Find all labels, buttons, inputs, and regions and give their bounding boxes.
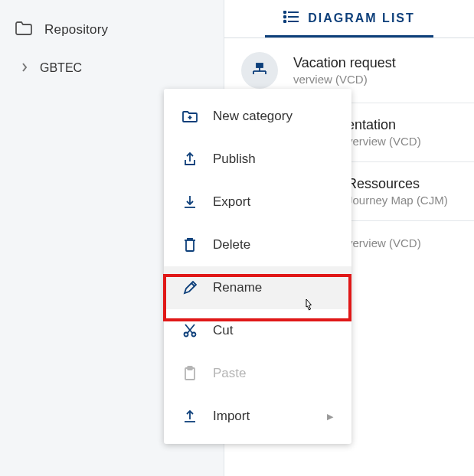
diagram-type-icon [241, 52, 278, 89]
menu-label: New category [213, 109, 293, 124]
menu-export[interactable]: Export [164, 181, 351, 223]
svg-point-4 [284, 21, 286, 23]
diagram-subtype: verview (VCD) [293, 73, 396, 86]
diagram-text: verview (VCD) [347, 235, 421, 249]
import-icon [182, 409, 198, 424]
folder-icon [15, 21, 32, 38]
menu-new-category[interactable]: New category [164, 95, 351, 138]
menu-label: Rename [213, 280, 262, 295]
menu-label: Publish [213, 152, 256, 167]
svg-rect-6 [257, 64, 263, 67]
diagram-title: Ressources [347, 176, 448, 192]
paste-icon [182, 366, 198, 381]
diagram-text: Ressources Journey Map (CJM) [347, 176, 448, 207]
chevron-right-icon [21, 63, 28, 74]
menu-label: Cut [213, 323, 233, 338]
export-icon [182, 194, 198, 210]
delete-icon [182, 237, 198, 253]
menu-label: Export [213, 194, 250, 210]
context-menu: New category Publish Export Delete Renam… [164, 89, 351, 444]
tab-bar: DIAGRAM LIST [224, 0, 474, 38]
menu-label: Delete [213, 237, 250, 253]
diagram-subtype: Journey Map (CJM) [347, 194, 448, 207]
diagram-title: Vacation request [293, 55, 396, 71]
tree-item-label: GBTEC [40, 61, 82, 75]
diagram-subtype: verview (VCD) [347, 236, 421, 249]
menu-delete[interactable]: Delete [164, 223, 351, 266]
menu-cut[interactable]: Cut [164, 309, 351, 352]
submenu-arrow-icon: ▶ [327, 412, 333, 422]
sidebar-header: Repository [0, 12, 224, 47]
svg-point-18 [185, 333, 188, 337]
diagram-subtype: verview (VCD) [347, 135, 421, 148]
tab-label: DIAGRAM LIST [308, 11, 415, 25]
tab-diagram-list[interactable]: DIAGRAM LIST [265, 0, 433, 37]
list-icon [283, 11, 299, 26]
menu-import[interactable]: Import ▶ [164, 395, 351, 438]
diagram-title: entation [347, 117, 421, 133]
menu-label: Import [213, 409, 250, 424]
sidebar-title: Repository [44, 22, 108, 37]
diagram-text: Vacation request verview (VCD) [293, 55, 396, 86]
svg-point-2 [284, 16, 286, 18]
rename-icon [182, 281, 198, 295]
publish-icon [182, 152, 198, 167]
svg-point-19 [192, 333, 196, 337]
tree-item-gbtec[interactable]: GBTEC [0, 47, 224, 89]
cut-icon [182, 324, 198, 337]
menu-paste: Paste [164, 352, 351, 395]
menu-rename[interactable]: Rename [164, 266, 351, 309]
diagram-text: entation verview (VCD) [347, 117, 421, 148]
svg-point-0 [284, 11, 286, 14]
new-folder-icon [182, 110, 198, 123]
menu-label: Paste [213, 366, 246, 381]
menu-publish[interactable]: Publish [164, 138, 351, 181]
